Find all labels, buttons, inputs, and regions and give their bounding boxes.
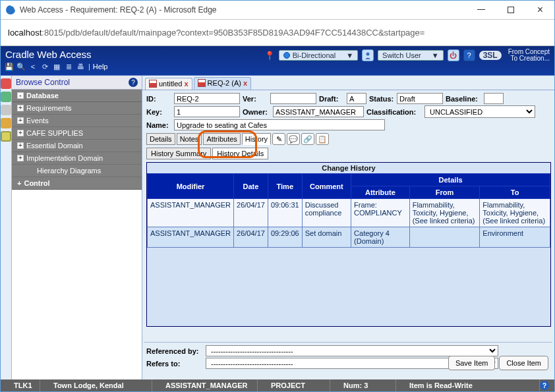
key-field[interactable] [174,106,240,117]
expand-icon[interactable]: + [17,179,21,187]
sidebar-item-control[interactable]: + Control [12,177,142,190]
share-icon[interactable]: < [28,61,38,72]
close-tab-icon[interactable]: x [184,80,188,88]
sidebar-tree: - Database + Requirements + Events + CAF… [12,90,142,391]
cell-attribute: Frame: COMPLIANCY [351,199,410,227]
sidebar-item-essential-domain[interactable]: + Essential Domain [12,140,142,152]
cell-modifier: ASSISTANT_MANAGER [148,199,234,227]
cell-comment: Set domain [302,227,351,248]
close-tab-icon[interactable]: x [243,79,247,87]
power-icon[interactable]: ⏻ [448,49,459,61]
minimize-button[interactable] [466,0,496,20]
sidebar-item-database[interactable]: - Database [12,90,142,102]
content-panel: untitled x REQ-2 (A) x ID: Ver: Draft: S… [142,76,555,391]
status-bar: TLK1 Town Lodge, Kendal ASSISTANT_MANAGE… [1,379,554,391]
sidebar-item-events[interactable]: + Events [12,115,142,127]
tab-req[interactable]: REQ-2 (A) x [194,77,251,90]
edit-icon[interactable]: ✎ [272,133,285,145]
strip-icon-1[interactable] [1,78,11,89]
draft-field[interactable] [347,93,366,104]
owner-field[interactable] [273,106,364,117]
sidebar-item-label: Requirements [26,104,71,112]
name-field[interactable] [174,119,385,130]
refresh-icon[interactable]: ⟳ [40,61,50,72]
close-window-button[interactable]: × [525,0,555,20]
sidebar-group-label: Control [24,179,49,187]
grid-icon[interactable]: ▦ [51,61,62,72]
user-icon[interactable] [362,49,374,61]
baseline-field[interactable] [484,93,504,104]
help-icon[interactable]: ? [463,49,475,61]
status-help-icon[interactable]: ? [540,381,549,390]
status-mode: Item is Read-Write [396,379,540,391]
owner-label: Owner: [243,108,270,116]
subtab-history-summary[interactable]: History Summary [146,148,211,159]
name-label: Name: [146,121,171,129]
status-field[interactable] [397,93,443,104]
search-icon[interactable]: 🔍 [16,61,26,72]
strip-icon-2[interactable] [1,92,11,102]
baseline-label: Baseline: [446,95,481,103]
sidebar-item-label: Essential Domain [26,142,83,150]
tab-details[interactable]: Details [146,133,175,145]
strip-icon-4[interactable] [1,118,11,128]
sidebar-help-icon[interactable]: ? [129,78,138,87]
col-to: To [480,186,550,199]
cell-time: 09:29:06 [268,227,302,248]
app-favicon [5,5,16,15]
sidebar-item-label: CAFE SUPPLIES [26,129,83,137]
strip-icon-5[interactable] [1,131,11,142]
print-icon[interactable]: 🖶 [75,61,86,72]
sidebar-item-cafe-supplies[interactable]: + CAFE SUPPLIES [12,127,142,140]
tab-label: untitled [159,80,182,88]
copy-icon[interactable]: 📋 [316,133,329,145]
expand-icon[interactable]: + [17,130,24,136]
close-item-button[interactable]: Close Item [499,356,548,370]
collapse-icon[interactable]: - [17,92,24,99]
col-modifier: Modifier [148,174,234,199]
sidebar-item-hierarchy-diagrams[interactable]: Hierarchy Diagrams [12,165,142,177]
link-icon[interactable]: 🔗 [301,133,314,145]
history-row: ASSISTANT_MANAGER 26/04/17 09:29:06 Set … [148,227,550,248]
ver-field[interactable] [270,93,316,104]
tab-history[interactable]: History [242,133,271,145]
col-date: Date [234,174,268,199]
status-project: PROJECT [258,379,330,391]
sidebar-title: Browse Control [16,78,70,87]
vendor-logo: 3SL [479,51,502,60]
strip-icon-3[interactable] [1,105,11,115]
status-code: TLK1 [1,379,40,391]
sidebar-item-requirements[interactable]: + Requirements [12,102,142,115]
status-user: ASSISTANT_MANAGER [152,379,258,391]
tab-untitled[interactable]: untitled x [145,78,192,90]
svg-point-1 [366,53,370,56]
tab-attributes[interactable]: Attributes [203,133,240,145]
expand-icon[interactable]: + [17,105,24,111]
tab-notes[interactable]: Notes [177,133,202,145]
sidebar-item-implementation-domain[interactable]: + Implementation Domain [12,152,142,165]
cell-from [409,227,480,248]
item-header-fields: ID: Ver: Draft: Status: Baseline: Key: O… [142,90,555,133]
expand-icon[interactable]: + [17,117,24,124]
classification-select[interactable]: UNCLASSIFIED [424,105,535,118]
history-subtabs: History Summary History Details [146,148,551,159]
expand-icon[interactable]: + [17,155,24,161]
doc-icon [198,79,206,87]
switch-user-selector[interactable]: Switch User ▼ [378,50,444,61]
url-host: localhost [8,28,42,38]
pin-icon[interactable]: 📍 [264,51,275,61]
list-icon[interactable]: ≣ [63,61,74,72]
tab-label: REQ-2 (A) [208,79,241,87]
subtab-history-details[interactable]: History Details [212,148,268,159]
save-icon[interactable]: 💾 [4,61,15,72]
id-field[interactable] [174,93,240,104]
help-link[interactable]: Help [93,63,108,70]
address-bar[interactable]: localhost:8015/pdb/default/default/mainp… [0,20,555,46]
expand-icon[interactable]: + [17,142,24,149]
comment-icon[interactable]: 💬 [287,133,300,145]
referenced-by-select[interactable]: ---------------------------------- [206,345,498,356]
maximize-button[interactable] [496,0,525,20]
direction-selector[interactable]: Bi-Directional ▼ [279,50,358,61]
cell-date: 26/04/17 [234,227,268,248]
save-item-button[interactable]: Save Item [448,356,496,370]
